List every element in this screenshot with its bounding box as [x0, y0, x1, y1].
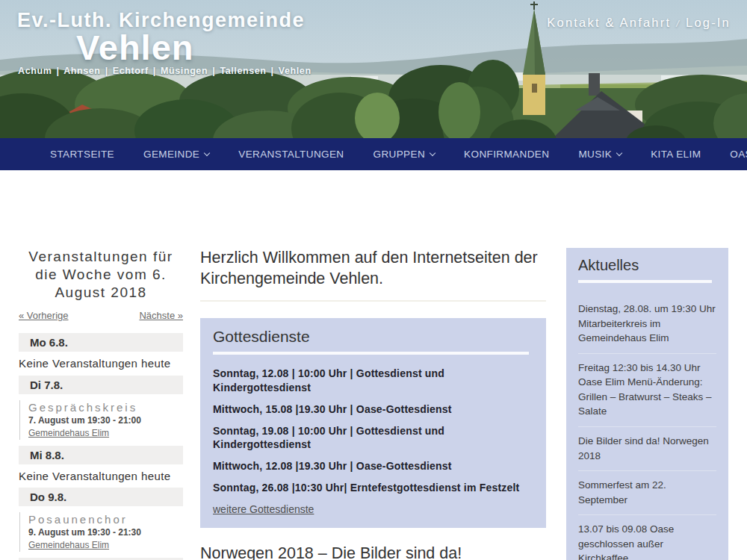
divider — [213, 352, 529, 355]
aktuelles-item: 13.07 bis 09.08 Oase geschlossen außer K… — [578, 515, 716, 560]
gottesdienst-entry: Mittwoch, 12.08 |19.30 Uhr | Oase-Gottes… — [213, 459, 533, 473]
link-separator: / — [676, 18, 681, 29]
gottesdienste-panel: Gottesdienste Sonntag, 12.08 | 10:00 Uhr… — [200, 318, 546, 528]
right-sidebar: Aktuelles Dienstag, 28.08. um 19:30 Uhr … — [566, 248, 728, 560]
event-location-link[interactable]: Gemeindehaus Elim — [28, 540, 109, 550]
page: Ev.-Luth. Kirchengemeinde Vehlen Achum |… — [0, 0, 747, 560]
nav-item-gruppen[interactable]: GRUPPEN — [374, 149, 436, 160]
event-item: Gesprächskreis 7. August um 19:30 - 21:0… — [19, 400, 183, 440]
login-link[interactable]: Log-In — [686, 16, 731, 29]
aktuelles-item: Freitag 12:30 bis 14.30 Uhr Oase Elim Me… — [578, 354, 716, 427]
events-week-sidebar: Veranstaltungen für die Woche vom 6. Aug… — [19, 248, 183, 560]
aktuelles-item: Dienstag, 28.08. um 19:30 Uhr Mitarbeite… — [578, 295, 716, 354]
nav-label: KONFIRMANDEN — [464, 149, 549, 160]
aktuelles-title: Aktuelles — [578, 257, 716, 274]
header-utility-links: Kontakt & Anfahrt/Log-In — [547, 16, 731, 30]
nav-item-gemeinde[interactable]: GEMEINDE — [143, 149, 209, 160]
aktuelles-item: Die Bilder sind da! Norwegen 2018 — [578, 427, 716, 471]
nav-label: MUSIK — [578, 149, 612, 160]
chevron-down-icon — [430, 149, 436, 155]
content: Veranstaltungen für die Woche vom 6. Aug… — [0, 170, 747, 560]
main-column: Herzlich Willkommen auf den Internetseit… — [200, 248, 546, 560]
nav-label: STARTSEITE — [50, 149, 114, 160]
day-header-mo: Mo 6.8. — [19, 333, 183, 352]
welcome-heading: Herzlich Willkommen auf den Internetseit… — [200, 248, 546, 290]
chevron-down-icon — [616, 149, 622, 155]
day-header-mi: Mi 8.8. — [19, 446, 183, 464]
nav-item-startseite[interactable]: STARTSEITE — [50, 149, 114, 160]
event-location-link[interactable]: Gemeindehaus Elim — [28, 428, 109, 438]
gottesdienst-entry: Sonntag, 12.08 | 10:00 Uhr | Gottesdiens… — [213, 367, 533, 395]
chevron-down-icon — [204, 149, 210, 155]
previous-week-link[interactable]: « Vorherige — [19, 310, 69, 321]
event-title-link[interactable]: Posaunenchor — [28, 513, 183, 526]
nav-item-kita-elim[interactable]: KITA ELIM — [651, 149, 701, 160]
event-item: Posaunenchor 9. August um 19:30 - 21:30 … — [19, 512, 183, 552]
nav-item-konfirmanden[interactable]: KONFIRMANDEN — [464, 149, 549, 160]
week-pager: « Vorherige Nächste » — [19, 310, 183, 321]
event-title-link[interactable]: Gesprächskreis — [28, 401, 183, 414]
nav-label: KITA ELIM — [651, 149, 701, 160]
nav-label: VERANSTALTUNGEN — [238, 149, 344, 160]
divider — [200, 300, 546, 302]
nav-label: OASE ELIM — [730, 149, 747, 160]
aktuelles-item: Sommerfest am 22. September — [578, 471, 716, 515]
next-week-link[interactable]: Nächste » — [139, 310, 183, 321]
event-time: 9. August um 19:30 - 21:30 — [28, 527, 183, 538]
header-hero: Ev.-Luth. Kirchengemeinde Vehlen Achum |… — [0, 0, 747, 138]
gottesdienste-title: Gottesdienste — [213, 328, 533, 346]
gottesdienst-entry: Sonntag, 19.08 | 10:00 Uhr | Gottesdiens… — [213, 424, 533, 452]
day-header-do: Do 9.8. — [19, 488, 183, 506]
gottesdienst-entry: Mittwoch, 15.08 |19.30 Uhr | Oase-Gottes… — [213, 402, 533, 417]
more-gottesdienste-link[interactable]: weitere Gottesdienste — [213, 503, 314, 515]
site-locations: Achum | Ahnsen | Echtorf | Müsingen | Ta… — [18, 66, 311, 76]
nav-label: GRUPPEN — [374, 149, 426, 160]
divider — [578, 280, 712, 283]
no-events-note: Keine Veranstaltungen heute — [19, 470, 183, 482]
event-time: 7. August um 19:30 - 21:00 — [28, 415, 183, 426]
gottesdienst-entry: Sonntag, 26.08 |10:30 Uhr| Erntefestgott… — [213, 481, 533, 495]
week-title: Veranstaltungen für die Woche vom 6. Aug… — [19, 248, 183, 301]
nav-label: GEMEINDE — [143, 149, 199, 160]
no-events-note: Keine Veranstaltungen heute — [19, 357, 183, 370]
kontakt-anfahrt-link[interactable]: Kontakt & Anfahrt — [547, 16, 671, 29]
nav-item-veranstaltungen[interactable]: VERANSTALTUNGEN — [238, 149, 344, 160]
norwegen-heading: Norwegen 2018 – Die Bilder sind da! — [200, 544, 546, 560]
main-nav: STARTSEITE GEMEINDE VERANSTALTUNGEN GRUP… — [0, 138, 747, 170]
day-header-di: Di 7.8. — [19, 376, 183, 394]
nav-item-oase-elim[interactable]: OASE ELIM — [730, 149, 747, 160]
site-title-line2: Vehlen — [76, 27, 194, 68]
nav-item-musik[interactable]: MUSIK — [578, 149, 622, 160]
aktuelles-panel: Aktuelles Dienstag, 28.08. um 19:30 Uhr … — [566, 248, 728, 560]
